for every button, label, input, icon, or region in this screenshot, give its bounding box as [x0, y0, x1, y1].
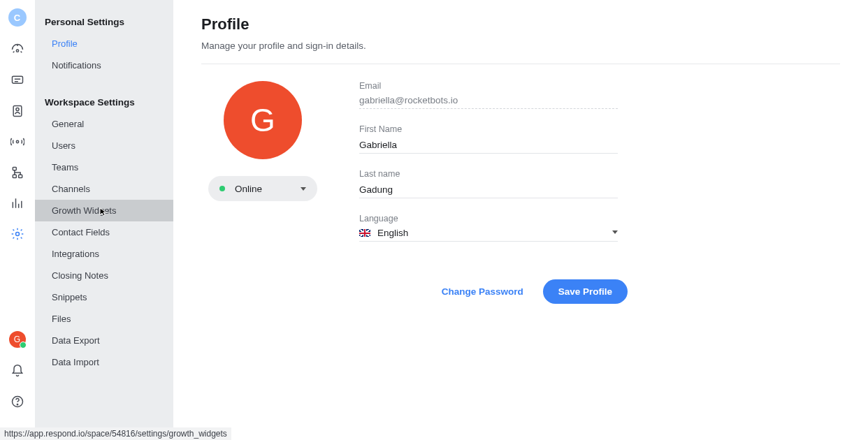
language-value: English: [377, 228, 408, 238]
page-subtitle: Manage your profile and sign-in details.: [201, 41, 840, 51]
notifications-icon[interactable]: [10, 363, 25, 379]
svg-rect-1: [12, 76, 22, 83]
main-panel: Profile Manage your profile and sign-in …: [173, 0, 868, 440]
divider: [201, 64, 840, 64]
dashboard-icon[interactable]: [10, 42, 25, 57]
sidebar-item-files[interactable]: Files: [35, 308, 173, 330]
sidebar-item-profile[interactable]: Profile: [35, 33, 173, 54]
email-value: gabriella@rocketbots.io: [359, 95, 618, 109]
svg-rect-6: [13, 175, 16, 177]
svg-rect-7: [18, 175, 22, 177]
sidebar-item-growth-widgets[interactable]: Growth Widgets: [35, 200, 173, 221]
sidebar-item-data-import[interactable]: Data Import: [35, 351, 173, 373]
sidebar-item-closing-notes[interactable]: Closing Notes: [35, 265, 173, 286]
status-selector[interactable]: Online: [208, 176, 317, 201]
sidebar-heading-personal: Personal Settings: [35, 13, 173, 33]
svg-point-0: [16, 50, 18, 52]
sidebar-item-contact-fields[interactable]: Contact Fields: [35, 221, 173, 243]
last-name-label: Last name: [359, 169, 639, 179]
change-password-button[interactable]: Change Password: [442, 286, 523, 297]
sidebar-heading-workspace: Workspace Settings: [35, 93, 173, 113]
sidebar-item-data-export[interactable]: Data Export: [35, 330, 173, 351]
user-avatar-small[interactable]: G: [9, 331, 26, 348]
first-name-field[interactable]: [359, 140, 618, 154]
flag-icon: [359, 229, 370, 237]
status-text: Online: [235, 184, 301, 194]
icon-rail: C G: [0, 0, 35, 440]
messages-icon[interactable]: [10, 73, 25, 88]
avatar[interactable]: G: [224, 81, 302, 159]
sidebar-item-channels[interactable]: Channels: [35, 178, 173, 200]
sidebar-item-snippets[interactable]: Snippets: [35, 286, 173, 308]
broadcast-icon[interactable]: [10, 134, 25, 149]
sidebar-item-integrations[interactable]: Integrations: [35, 243, 173, 265]
contacts-icon[interactable]: [10, 103, 25, 119]
svg-point-3: [15, 108, 18, 110]
last-name-field[interactable]: [359, 184, 618, 198]
reports-icon[interactable]: [10, 196, 25, 211]
sidebar-item-users[interactable]: Users: [35, 135, 173, 156]
chevron-down-icon: [301, 187, 306, 191]
browser-status-url: https://app.respond.io/space/54816/setti…: [0, 427, 231, 440]
sidebar-item-general[interactable]: General: [35, 113, 173, 135]
settings-icon[interactable]: [10, 226, 25, 242]
email-label: Email: [359, 81, 639, 91]
settings-sidebar: Personal Settings Profile Notifications …: [35, 0, 173, 440]
workflows-icon[interactable]: [10, 165, 25, 180]
language-selector[interactable]: English: [359, 228, 618, 242]
chevron-down-icon: [612, 230, 618, 234]
save-profile-button[interactable]: Save Profile: [543, 279, 628, 304]
help-icon[interactable]: [10, 394, 25, 409]
svg-rect-5: [13, 168, 16, 170]
workspace-badge[interactable]: C: [8, 8, 27, 27]
sidebar-item-notifications[interactable]: Notifications: [35, 54, 173, 76]
svg-point-8: [15, 233, 19, 236]
language-label: Language: [359, 214, 639, 223]
status-dot-icon: [219, 186, 225, 191]
first-name-label: First Name: [359, 124, 639, 134]
page-title: Profile: [201, 15, 840, 34]
svg-point-10: [17, 404, 17, 405]
sidebar-item-teams[interactable]: Teams: [35, 156, 173, 178]
svg-point-4: [16, 140, 18, 142]
